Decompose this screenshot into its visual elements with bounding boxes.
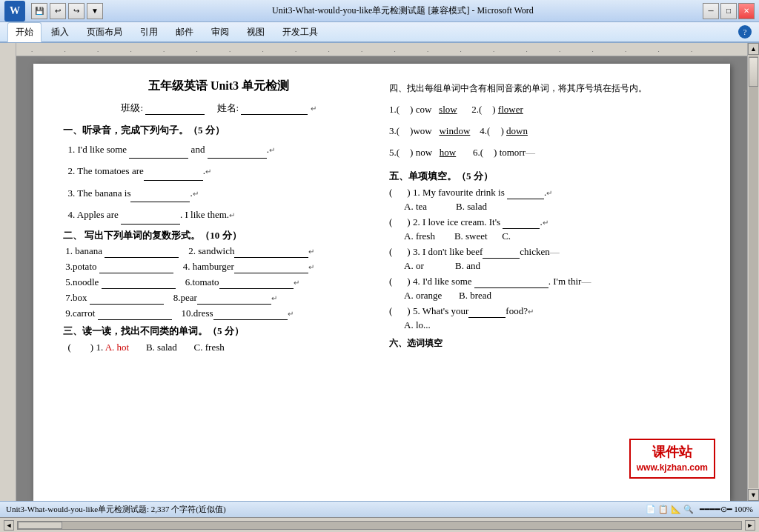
mc-q3-options: A. or B. and: [404, 260, 700, 272]
stamp-line2: www.kjzhan.com: [637, 462, 708, 474]
bottom-toolbar: ◄ ►: [0, 517, 759, 532]
watermark-stamp: 课件站 www.kjzhan.com: [629, 439, 715, 479]
mc-q2-options: A. fresh B. sweet C.: [404, 230, 700, 242]
save-button[interactable]: 💾: [31, 3, 47, 19]
word-icon: W: [4, 1, 25, 21]
document-page: 五年级英语 Unit3 单元检测 班级: 姓名: ↵ 一、听录音，完成下列句子。…: [33, 64, 730, 501]
q1: 1. I'd like some and .↵: [63, 141, 374, 159]
title-bar: W 💾 ↩ ↪ ▼ Unit3-What-would-you-like单元检测试…: [0, 0, 759, 22]
phonics-row-2: 3.( )wow window 4.( ) down: [389, 122, 700, 141]
customize-button[interactable]: ▼: [87, 3, 103, 19]
q3: 3. The banana is .↵: [63, 184, 374, 202]
tab-insert[interactable]: 插入: [43, 22, 77, 42]
tab-references[interactable]: 引用: [132, 22, 166, 42]
class-input[interactable]: [145, 102, 205, 115]
help-button[interactable]: ?: [738, 25, 752, 39]
tab-layout[interactable]: 页面布局: [79, 22, 130, 42]
mc-q5-options: A. lo...: [404, 319, 700, 331]
page-title: 五年级英语 Unit3 单元检测: [63, 79, 374, 94]
mc-q2: ( ) 2. I love ice cream. It's .↵: [389, 216, 700, 229]
scroll-track: [749, 56, 758, 488]
mc-q3: ( ) 3. I don't like beef chicken—: [389, 246, 700, 259]
vertical-scrollbar[interactable]: ▲ ▼: [747, 43, 759, 501]
mc-q1-options: A. tea B. salad: [404, 201, 700, 213]
vocab-row-2: 3.potato 4. hamburger ↵: [63, 261, 374, 273]
vocab-row-5: 9.carrot 10.dress ↵: [63, 307, 374, 320]
scroll-down-button[interactable]: ▼: [748, 489, 759, 501]
section-six-header: 六、选词填空: [389, 337, 700, 350]
left-ruler: [0, 43, 16, 501]
mc-q4-options: A. orange B. bread: [404, 290, 700, 302]
phonics-row-1: 1.( ) cow slow 2.( ) flower: [389, 100, 700, 119]
horizontal-scroll-thumb[interactable]: [18, 522, 62, 529]
document-area: 五年级英语 Unit3 单元检测 班级: 姓名: ↵ 一、听录音，完成下列句子。…: [16, 56, 747, 501]
class-label: 班级:: [121, 102, 143, 113]
q2: 2. The tomatoes are .↵: [63, 162, 374, 180]
section-two-header: 二、 写出下列单词的复数形式。（10 分）: [63, 229, 374, 242]
vocab-row-3: 5.noodle 6.tomato ↵: [63, 276, 374, 289]
undo-button[interactable]: ↩: [50, 3, 66, 19]
mc-q4: ( ) 4. I'd like some . I'm thir—: [389, 276, 700, 288]
horizontal-scroll-track: [17, 521, 742, 530]
restore-button[interactable]: □: [720, 3, 737, 19]
ribbon: 开始 插入 页面布局 引用 邮件 审阅 视图 开发工具 ?: [0, 22, 759, 43]
section-one-header: 一、听录音，完成下列句子。（5 分）: [63, 124, 374, 137]
name-input[interactable]: [241, 102, 308, 115]
odd-one-row: ( ) 1. A. hot B. salad C. fresh: [63, 341, 374, 354]
title-bar-left: W 💾 ↩ ↪ ▼: [4, 1, 103, 21]
title-bar-buttons: ─ □ ✕: [703, 3, 755, 19]
status-doc-info: Unit3-What-would-you-like单元检测试题: 2,337 个…: [6, 504, 226, 515]
tab-view[interactable]: 视图: [239, 22, 273, 42]
stamp-line1: 课件站: [637, 443, 708, 462]
top-ruler: . . . . . . . . . . . . . . . . . . . . …: [16, 43, 747, 56]
section-five-header: 五、单项填空。（5 分）: [389, 170, 700, 183]
q4: 4. Apples are . I like them.↵: [63, 206, 374, 224]
tab-review[interactable]: 审阅: [203, 22, 237, 42]
close-button[interactable]: ✕: [738, 3, 755, 19]
view-buttons: 📄 📋 📐 🔍: [646, 505, 693, 514]
minimize-button[interactable]: ─: [703, 3, 719, 19]
section-three-header: 三、读一读，找出不同类的单词。（5 分）: [63, 325, 374, 338]
vocab-row-1: 1. banana 2. sandwich ↵: [63, 245, 374, 258]
scroll-thumb[interactable]: [749, 57, 758, 87]
tab-home[interactable]: 开始: [7, 22, 42, 42]
vocab-row-4: 7.box 8.pear ↵: [63, 292, 374, 305]
tab-developer[interactable]: 开发工具: [274, 22, 326, 42]
mc-q5: ( ) 5. What's your food?↵: [389, 305, 700, 318]
status-bar: Unit3-What-would-you-like单元检测试题: 2,337 个…: [0, 501, 759, 517]
window-title: Unit3-What-would-you-like单元检测试题 [兼容模式] -…: [103, 4, 703, 17]
tab-mailings[interactable]: 邮件: [168, 22, 202, 42]
name-label: 姓名:: [217, 102, 239, 113]
mc-q1: ( ) 1. My favourite drink is .↵: [389, 187, 700, 199]
scroll-right-button[interactable]: ►: [745, 520, 755, 531]
scroll-left-button[interactable]: ◄: [4, 520, 14, 531]
scroll-up-button[interactable]: ▲: [748, 43, 759, 55]
redo-button[interactable]: ↪: [68, 3, 84, 19]
section-four-header: 四、找出每组单词中含有相同音素的单词，将其序号填在括号内。: [389, 82, 700, 96]
class-name-line: 班级: 姓名: ↵: [63, 102, 374, 115]
phonics-row-3: 5.( ) now how 6.( ) tomorr—: [389, 143, 700, 162]
zoom-slider[interactable]: ━━━━⊙━ 100%: [700, 505, 753, 514]
